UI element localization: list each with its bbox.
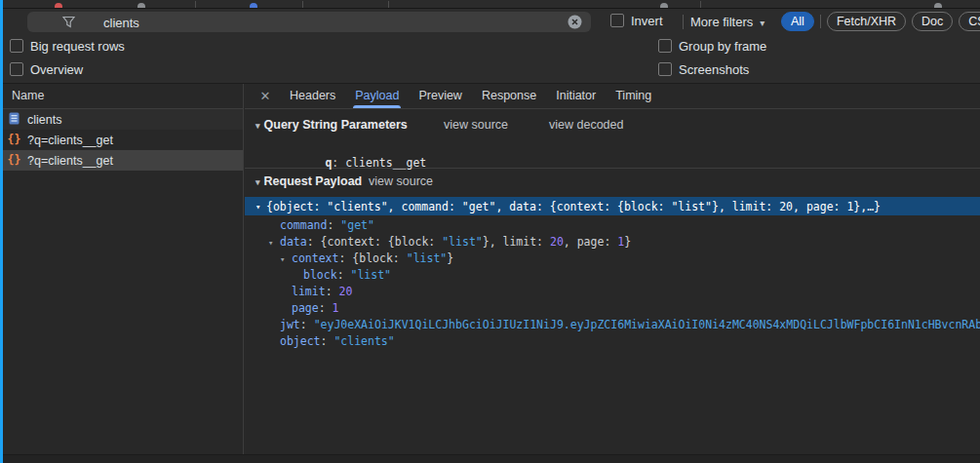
- tab-preview[interactable]: Preview: [409, 84, 471, 108]
- detail-tabs: HeadersPayloadPreviewResponseInitiatorTi…: [280, 84, 661, 108]
- request-row[interactable]: {}?q=clients__get: [0, 150, 243, 171]
- payload-value-str: "get": [340, 218, 374, 232]
- payload-summary: {object: "clients", command: "get", data…: [266, 200, 881, 213]
- disclosure-triangle-icon[interactable]: ▾: [280, 251, 292, 267]
- query-string-section-header: ▾Query String Parameters view source vie…: [245, 118, 980, 134]
- payload-tree-row[interactable]: ▾context: {block: "list"}: [245, 251, 980, 267]
- payload-value-plain: }, limit:: [483, 235, 550, 249]
- disclosure-triangle-icon: ▾: [255, 177, 260, 187]
- payload-tree-row[interactable]: object: "clients": [245, 333, 980, 350]
- filter-input[interactable]: [101, 12, 525, 34]
- group-by-frame-checkbox[interactable]: [658, 39, 672, 53]
- filter-pill-all[interactable]: All: [781, 12, 814, 31]
- window-edge-accent: [0, 0, 3, 463]
- filter-funnel-icon: [62, 16, 75, 28]
- chevron-down-icon: ▾: [760, 18, 764, 28]
- more-filters-button[interactable]: More filters▾: [690, 15, 764, 29]
- screenshots-checkbox-group[interactable]: Screenshots: [658, 62, 749, 77]
- view-source-link[interactable]: view source: [369, 174, 433, 188]
- payload-value-plain: }: [447, 251, 453, 265]
- filter-input-container[interactable]: [27, 12, 591, 32]
- payload-value-str: "eyJ0eXAiOiJKV1QiLCJhbGciOiJIUzI1NiJ9.ey…: [314, 318, 980, 331]
- payload-value-plain: {context: {block:: [321, 235, 443, 249]
- payload-tree-row[interactable]: page: 1: [245, 300, 980, 317]
- payload-tree-row[interactable]: ▾data: {context: {block: "list"}, limit:…: [245, 234, 980, 251]
- json-icon: {}: [8, 133, 20, 145]
- payload-tab-content: ▾Query String Parameters view source vie…: [245, 118, 980, 350]
- view-decoded-link[interactable]: view decoded: [549, 118, 623, 132]
- payload-key: page: [292, 301, 319, 315]
- clear-filter-icon[interactable]: [568, 15, 582, 29]
- view-source-link[interactable]: view source: [444, 118, 508, 132]
- overview-checkbox-group[interactable]: Overview: [10, 62, 83, 77]
- disclosure-triangle-icon: ▾: [255, 121, 260, 131]
- bottom-strip: [0, 454, 980, 463]
- toolbar-separator: [302, 1, 303, 8]
- toolbar-separator: [700, 1, 701, 8]
- request-type-filters: AllFetch/XHRDocCSSJS: [781, 12, 980, 31]
- payload-value-str: "list": [407, 251, 448, 265]
- overview-checkbox[interactable]: [10, 62, 23, 76]
- json-icon: {}: [8, 153, 20, 166]
- payload-tree-row[interactable]: jwt: "eyJ0eXAiOiJKV1QiLCJhbGciOiJIUzI1Ni…: [245, 317, 980, 333]
- payload-value-plain: {block:: [352, 251, 406, 265]
- payload-tree-row[interactable]: block: "list": [245, 267, 980, 284]
- payload-value-num: 1: [333, 301, 339, 315]
- payload-value-plain: , page:: [564, 235, 617, 249]
- request-payload-title[interactable]: ▾Request Payload: [255, 174, 362, 188]
- payload-value-plain: }: [624, 235, 631, 249]
- tab-timing[interactable]: Timing: [606, 84, 661, 108]
- document-icon: [8, 112, 20, 125]
- payload-tree: command: "get"▾data: {context: {block: "…: [245, 217, 980, 350]
- request-name: ?q=clients__get: [27, 154, 113, 168]
- payload-tree-row[interactable]: limit: 20: [245, 284, 980, 300]
- payload-value-str: "list": [442, 235, 483, 249]
- query-string-title[interactable]: ▾Query String Parameters: [255, 118, 408, 132]
- options-row-2: Overview Screenshots: [0, 58, 980, 83]
- detail-tab-bar: ✕ HeadersPayloadPreviewResponseInitiator…: [245, 84, 980, 109]
- devtools-network-panel: Invert More filters▾ AllFetch/XHRDocCSSJ…: [0, 0, 980, 463]
- filter-pill-css[interactable]: CSS: [959, 12, 980, 31]
- tab-headers[interactable]: Headers: [280, 84, 345, 108]
- payload-key: block: [303, 268, 337, 282]
- payload-key: jwt: [280, 318, 300, 331]
- tab-response[interactable]: Response: [472, 84, 546, 108]
- param-value: clients__get: [345, 156, 426, 170]
- tab-payload[interactable]: Payload: [345, 84, 409, 108]
- network-filter-bar: Invert More filters▾ AllFetch/XHRDocCSSJ…: [0, 9, 980, 35]
- param-name: q: [325, 156, 345, 170]
- big-request-rows-checkbox-group[interactable]: Big request rows: [10, 39, 125, 54]
- filter-pill-doc[interactable]: Doc: [912, 12, 953, 31]
- svg-text:{}: {}: [8, 133, 20, 145]
- payload-root-row[interactable]: ▾{object: "clients", command: "get", dat…: [245, 197, 980, 215]
- request-row[interactable]: {}?q=clients__get: [0, 130, 243, 150]
- filter-pill-fetchxhr[interactable]: Fetch/XHR: [827, 12, 906, 31]
- payload-value-str: "clients": [333, 334, 394, 348]
- screenshots-checkbox[interactable]: [658, 62, 672, 76]
- requests-table: Name clients{}?q=clients__get{}?q=client…: [0, 84, 244, 463]
- invert-label: Invert: [631, 14, 663, 28]
- payload-key: context: [292, 251, 338, 265]
- disclosure-triangle-icon[interactable]: ▾: [268, 235, 280, 251]
- tab-initiator[interactable]: Initiator: [546, 84, 606, 108]
- invert-checkbox[interactable]: [610, 14, 624, 27]
- invert-checkbox-group[interactable]: Invert: [610, 14, 663, 28]
- request-name: clients: [27, 113, 61, 127]
- request-name: ?q=clients__get: [27, 134, 113, 147]
- payload-key: object: [280, 334, 321, 348]
- group-by-frame-checkbox-group[interactable]: Group by frame: [658, 39, 766, 54]
- request-row[interactable]: clients: [0, 109, 243, 130]
- options-row-1: Big request rows Group by frame: [0, 35, 980, 58]
- request-payload-section-header: ▾Request Payload view source: [245, 174, 980, 190]
- payload-tree-row[interactable]: command: "get": [245, 217, 980, 234]
- close-icon[interactable]: ✕: [255, 89, 276, 103]
- payload-value-num: 20: [550, 235, 564, 249]
- payload-value-num: 20: [338, 285, 352, 298]
- svg-text:{}: {}: [8, 153, 20, 166]
- payload-key: data: [280, 235, 307, 249]
- big-request-rows-checkbox[interactable]: [10, 39, 23, 53]
- disclosure-triangle-icon[interactable]: ▾: [255, 202, 266, 212]
- request-detail-panel: ✕ HeadersPayloadPreviewResponseInitiator…: [245, 84, 980, 463]
- filter-separator: [820, 15, 821, 28]
- name-column-header[interactable]: Name: [0, 84, 243, 109]
